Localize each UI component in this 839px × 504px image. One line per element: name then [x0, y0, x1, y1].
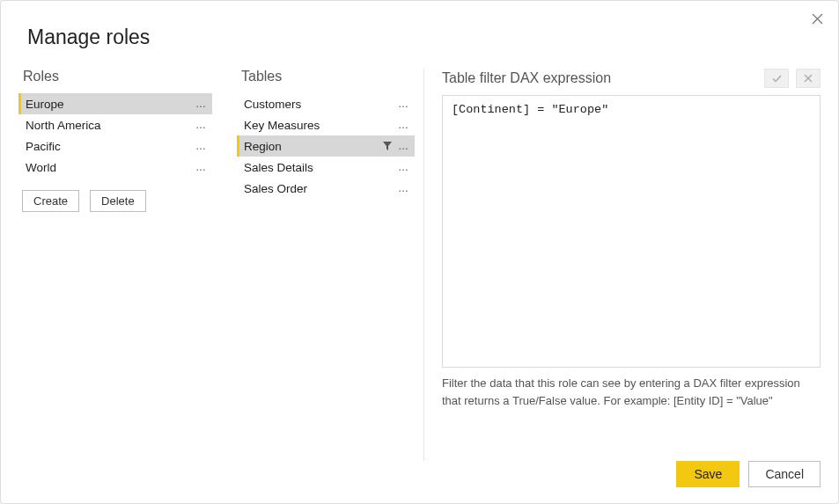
- filter-icon: [382, 141, 393, 151]
- table-label: Sales Details: [244, 161, 396, 174]
- ellipsis-icon[interactable]: …: [194, 98, 209, 110]
- save-button[interactable]: Save: [676, 461, 740, 487]
- dax-expression-input[interactable]: [442, 95, 821, 368]
- discard-expression-button[interactable]: [796, 69, 821, 88]
- cancel-button[interactable]: Cancel: [748, 461, 821, 487]
- close-icon: [812, 13, 823, 25]
- ellipsis-icon[interactable]: …: [396, 98, 411, 110]
- columns-container: Roles Europe … North America … Pacific ……: [18, 69, 821, 461]
- table-label: Customers: [244, 98, 396, 111]
- dialog-title: Manage roles: [27, 26, 821, 49]
- check-icon: [772, 74, 782, 84]
- table-label: Sales Order: [244, 182, 396, 195]
- roles-header: Roles: [23, 69, 212, 84]
- ellipsis-icon[interactable]: …: [194, 140, 209, 152]
- role-item-pacific[interactable]: Pacific …: [18, 135, 212, 157]
- role-label: North America: [26, 119, 194, 132]
- ellipsis-icon[interactable]: …: [396, 161, 411, 173]
- dax-column: Table filter DAX expression Filter the d…: [424, 69, 821, 461]
- ellipsis-icon[interactable]: …: [396, 119, 411, 131]
- ellipsis-icon[interactable]: …: [396, 182, 411, 194]
- dax-actions: [764, 69, 821, 88]
- close-button[interactable]: [806, 8, 828, 29]
- table-item-sales-details[interactable]: Sales Details …: [237, 157, 415, 178]
- role-item-europe[interactable]: Europe …: [18, 93, 212, 114]
- ellipsis-icon[interactable]: …: [194, 119, 209, 131]
- table-item-key-measures[interactable]: Key Measures …: [237, 114, 415, 135]
- role-label: Pacific: [26, 140, 194, 153]
- accept-expression-button[interactable]: [764, 69, 789, 88]
- roles-column: Roles Europe … North America … Pacific ……: [18, 69, 228, 461]
- role-label: Europe: [26, 98, 194, 111]
- dax-header-row: Table filter DAX expression: [442, 69, 821, 88]
- table-item-customers[interactable]: Customers …: [237, 93, 415, 114]
- role-label: World: [26, 161, 194, 174]
- dialog-footer: Save Cancel: [18, 461, 821, 487]
- roles-list: Europe … North America … Pacific … World…: [18, 93, 212, 178]
- dax-help-text: Filter the data that this role can see b…: [442, 375, 821, 409]
- role-item-north-america[interactable]: North America …: [18, 114, 212, 135]
- tables-list: Customers … Key Measures … Region …: [237, 93, 415, 199]
- ellipsis-icon[interactable]: …: [396, 140, 411, 152]
- tables-column: Tables Customers … Key Measures … Region: [228, 69, 424, 461]
- table-label: Region: [244, 140, 382, 153]
- tables-header: Tables: [241, 69, 415, 84]
- table-item-sales-order[interactable]: Sales Order …: [237, 178, 415, 199]
- x-icon: [804, 74, 813, 83]
- create-role-button[interactable]: Create: [22, 190, 79, 212]
- manage-roles-dialog: Manage roles Roles Europe … North Americ…: [0, 0, 839, 504]
- role-item-world[interactable]: World …: [18, 157, 212, 178]
- role-buttons: Create Delete: [22, 190, 212, 212]
- ellipsis-icon[interactable]: …: [194, 161, 209, 173]
- table-label: Key Measures: [244, 119, 396, 132]
- dax-header: Table filter DAX expression: [442, 70, 611, 86]
- delete-role-button[interactable]: Delete: [90, 190, 146, 212]
- table-item-region[interactable]: Region …: [237, 135, 415, 157]
